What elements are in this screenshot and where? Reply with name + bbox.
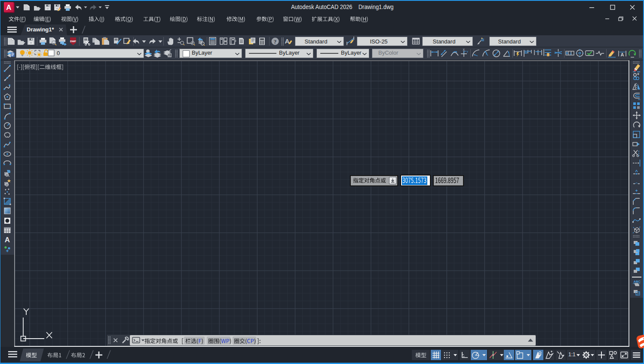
svg-text:?: ?: [274, 38, 277, 45]
svg-text:ABC: ABC: [634, 280, 641, 284]
svg-text:A: A: [5, 236, 10, 244]
svg-text:A: A: [6, 3, 11, 12]
svg-text:.1: .1: [569, 52, 572, 56]
svg-text:DWF: DWF: [70, 40, 76, 43]
svg-text:Y: Y: [466, 50, 469, 53]
svg-text:A: A: [621, 52, 624, 57]
svg-text:X: X: [463, 48, 465, 51]
